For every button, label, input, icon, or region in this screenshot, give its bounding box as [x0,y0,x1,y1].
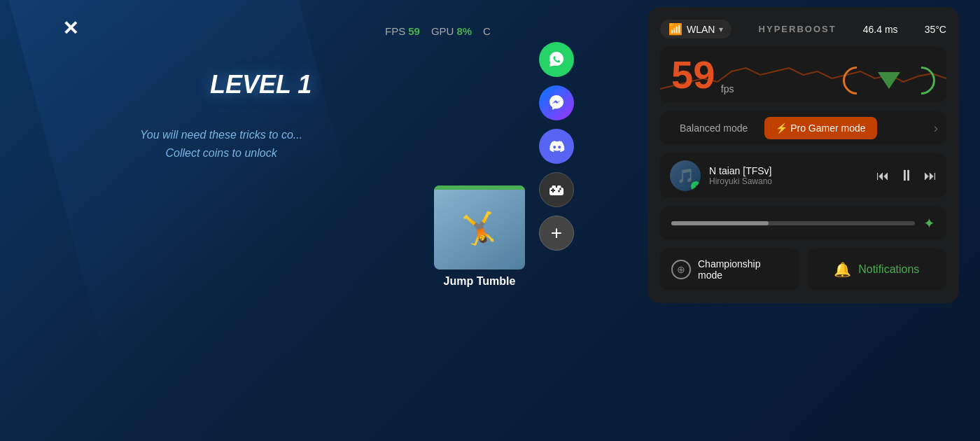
music-controls: ⏮ ⏸ ⏭ [876,167,937,185]
fps-unit-label: fps [721,83,734,94]
notifications-button[interactable]: 🔔 Notifications [807,248,947,290]
cpu-stat: C [483,25,491,37]
temperature-value: 35°C [925,24,946,35]
brightness-slider[interactable] [671,221,915,225]
music-avatar: 🎵 ♪ [670,160,701,191]
game-card-image: 🤸 [434,186,525,270]
music-player: 🎵 ♪ N taian [TFSv] Hiroyuki Sawano ⏮ ⏸ ⏭ [660,153,946,198]
championship-text: Championship mode [698,258,761,281]
fps-label: FPS [385,25,405,37]
mode-section: Balanced mode ⚡ Pro Gamer mode › [660,111,946,145]
bottom-section: ⊕ Championship mode 🔔 Notifications [660,248,946,290]
gamepad-icon[interactable] [539,172,574,207]
add-app-button[interactable]: + [539,216,574,251]
pause-button[interactable]: ⏸ [899,167,914,185]
brightness-icon: ✦ [923,215,935,232]
top-stats-bar: FPS 59 GPU 8% C [385,25,491,37]
game-description: You will need these tricks to co... Coll… [140,126,302,162]
figure-icon: 🤸 [453,202,506,253]
close-button[interactable]: ✕ [56,14,84,42]
music-artist: Hiroyuki Sawano [709,176,868,186]
championship-mode-button[interactable]: ⊕ Championship mode [660,248,800,290]
game-card: 🤸 Jump Tumble [434,186,525,288]
pro-gamer-mode-button[interactable]: ⚡ Pro Gamer mode [764,117,876,139]
game-card-label: Jump Tumble [434,275,525,288]
hyperboost-label: HYPERBOOST [759,24,836,34]
slider-fill [671,221,769,225]
fps-section: 59 fps [660,47,946,103]
balanced-mode-button[interactable]: Balanced mode [668,117,759,139]
notifications-text: Notifications [858,263,919,276]
gpu-value: 8% [456,25,472,37]
overlay-panel: 📶 WLAN ▾ HYPERBOOST 46.4 ms 35°C 59 fps … [648,7,959,303]
left-arc-indicator [837,61,877,101]
fps-value: 59 [408,25,420,37]
music-info: N taian [TFSv] Hiroyuki Sawano [709,165,868,186]
whatsapp-icon[interactable] [539,42,574,77]
panel-header: 📶 WLAN ▾ HYPERBOOST 46.4 ms 35°C [660,20,946,38]
next-track-button[interactable]: ⏭ [924,169,937,183]
mode-chevron-icon: › [934,121,938,136]
level-heading: LEVEL 1 [210,70,312,99]
music-title: N taian [TFSv] [709,165,868,176]
fps-indicators [843,66,935,94]
fps-stat: FPS 59 [385,25,420,37]
cpu-label: C [483,25,491,37]
championship-icon: ⊕ [671,260,691,279]
wlan-label: WLAN [687,24,715,35]
wlan-badge[interactable]: 📶 WLAN ▾ [660,20,732,38]
bell-icon: 🔔 [834,261,851,278]
fps-number: 59 [671,52,715,97]
brightness-section: ✦ [660,206,946,240]
right-arc-indicator [902,61,941,101]
spotify-badge: ♪ [691,181,701,191]
wifi-icon: 📶 [668,22,682,36]
ping-value: 46.4 ms [863,24,898,35]
app-sidebar: + [539,42,574,251]
triangle-indicator [878,72,900,89]
discord-icon[interactable] [539,129,574,164]
gpu-label: GPU [431,25,454,37]
messenger-icon[interactable] [539,85,574,120]
chevron-down-icon: ▾ [719,24,723,34]
prev-track-button[interactable]: ⏮ [876,169,889,183]
gpu-stat: GPU 8% [431,25,472,37]
